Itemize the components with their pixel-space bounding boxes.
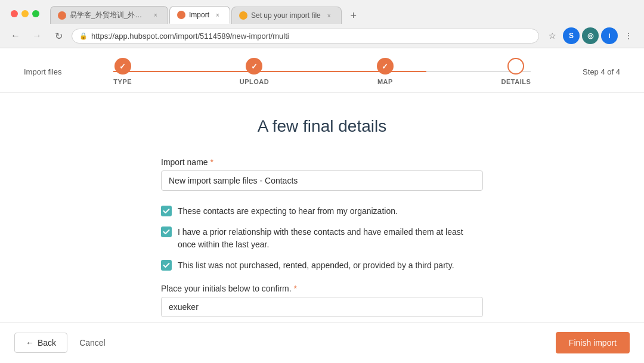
reload-button[interactable]: ↻ (50, 27, 67, 44)
step-map: ✓ MAP (377, 58, 394, 85)
initials-group: Place your initials below to confirm. * (161, 284, 483, 317)
tab-close-import[interactable]: × (213, 10, 222, 20)
menu-button[interactable]: ⋮ (620, 27, 637, 44)
check-icon-3 (163, 262, 170, 269)
tab-other[interactable]: 易学客_外贸培训_外贸业务培训 × (50, 6, 168, 24)
app-container: Import files ✓ TYPE ✓ UPLOAD ✓ MAP (0, 48, 644, 363)
browser-chrome: 易学客_外贸培训_外贸业务培训 × Import × Set up your i… (0, 0, 644, 48)
tab-setup-label: Set up your import file (251, 11, 321, 20)
back-label: Back (38, 338, 56, 348)
url-text: https://app.hubspot.com/import/5114589/n… (91, 32, 289, 41)
import-name-group: Import name * (161, 157, 483, 191)
checkbox-label-1: These contacts are expecting to hear fro… (178, 205, 398, 218)
checkbox-label-2: I have a prior relationship with these c… (178, 226, 483, 251)
form-container: A few final details Import name * These … (161, 117, 483, 317)
tab-import[interactable]: Import × (169, 6, 230, 24)
minimize-traffic-light[interactable] (21, 10, 29, 17)
browser-actions: ☆ S ◎ i ⋮ (544, 27, 637, 44)
step-upload-circle: ✓ (246, 58, 262, 75)
traffic-lights (5, 5, 45, 20)
step-type: ✓ TYPE (113, 58, 132, 85)
tab-favicon (58, 11, 66, 20)
step-type-circle: ✓ (114, 58, 131, 75)
checkbox-group: These contacts are expecting to hear fro… (161, 205, 483, 272)
cancel-button[interactable]: Cancel (77, 333, 108, 352)
check-icon-2 (163, 228, 170, 235)
step-details: DETAILS (501, 58, 531, 85)
back-button[interactable]: ← Back (14, 333, 67, 353)
checkbox-label-3: This list was not purchased, rented, app… (178, 259, 454, 272)
back-arrow-icon: ← (26, 338, 34, 348)
check-icon-1 (163, 207, 170, 215)
checkbox-3[interactable] (161, 260, 172, 271)
checkbox-item-1: These contacts are expecting to hear fro… (161, 205, 483, 218)
new-tab-button[interactable]: + (345, 7, 362, 24)
address-bar: ← → ↻ 🔒 https://app.hubspot.com/import/5… (0, 24, 644, 48)
finish-import-button[interactable]: Finish import (556, 332, 630, 353)
checkbox-2[interactable] (161, 227, 172, 237)
close-traffic-light[interactable] (11, 10, 18, 17)
lock-icon: 🔒 (79, 32, 88, 40)
footer: ← Back Cancel Finish import (0, 322, 644, 363)
tab-bar: 易学客_外贸培训_外贸业务培训 × Import × Set up your i… (45, 1, 639, 24)
import-name-label: Import name * (161, 157, 483, 167)
tab-close-other[interactable]: × (151, 11, 160, 20)
profile-circle-button[interactable]: ◎ (582, 27, 599, 44)
tab-setup[interactable]: Set up your import file × (231, 7, 342, 24)
tab-close-setup[interactable]: × (324, 11, 334, 20)
fullscreen-traffic-light[interactable] (32, 10, 39, 17)
step-of-label: Step 4 of 4 (583, 67, 620, 76)
checkbox-1[interactable] (161, 206, 172, 216)
import-name-input[interactable] (161, 170, 483, 191)
main-content: A few final details Import name * These … (0, 93, 644, 322)
page-title: A few final details (161, 117, 483, 136)
forward-button[interactable]: → (29, 27, 45, 44)
tab-setup-favicon (239, 11, 247, 20)
url-bar[interactable]: 🔒 https://app.hubspot.com/import/5114589… (72, 29, 539, 44)
back-button[interactable]: ← (7, 27, 24, 44)
footer-left: ← Back Cancel (14, 333, 108, 353)
step-type-label: TYPE (113, 78, 132, 85)
stepper: ✓ TYPE ✓ UPLOAD ✓ MAP DETAILS (113, 58, 531, 85)
step-map-label: MAP (377, 78, 393, 85)
checkbox-item-3: This list was not purchased, rented, app… (161, 259, 483, 272)
initials-label: Place your initials below to confirm. * (161, 284, 483, 293)
profile-s-button[interactable]: S (563, 27, 580, 44)
step-upload-label: UPLOAD (240, 78, 269, 85)
step-upload: ✓ UPLOAD (240, 58, 269, 85)
star-button[interactable]: ☆ (544, 27, 561, 44)
steps-list: ✓ TYPE ✓ UPLOAD ✓ MAP DETAILS (113, 58, 531, 85)
account-button[interactable]: i (601, 27, 618, 44)
tab-import-label: Import (189, 11, 209, 19)
progress-section: Import files ✓ TYPE ✓ UPLOAD ✓ MAP (0, 48, 644, 93)
step-details-circle (507, 58, 524, 75)
import-files-label: Import files (24, 67, 62, 76)
step-map-circle: ✓ (377, 58, 394, 75)
tab-import-favicon (177, 11, 185, 19)
checkbox-item-2: I have a prior relationship with these c… (161, 226, 483, 251)
tab-label: 易学客_外贸培训_外贸业务培训 (70, 10, 147, 20)
step-details-label: DETAILS (501, 78, 531, 85)
initials-input[interactable] (161, 297, 483, 317)
